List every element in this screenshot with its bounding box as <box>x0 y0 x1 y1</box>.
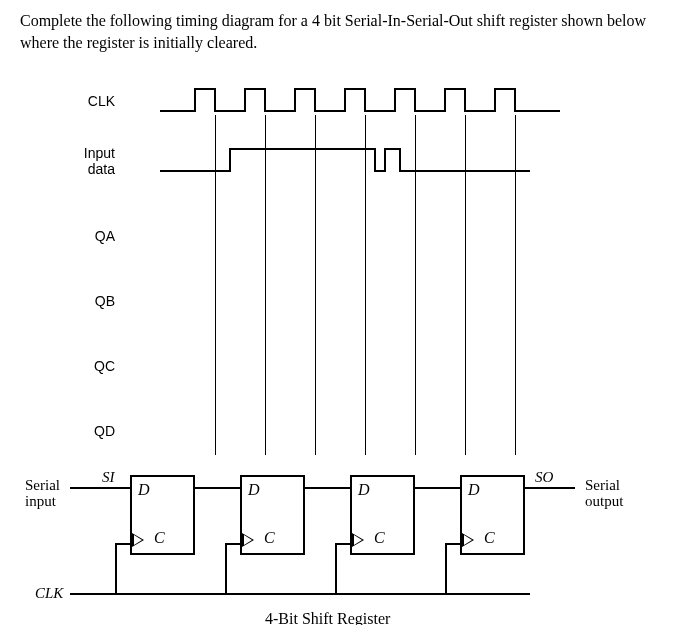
qb-label: QB <box>95 293 115 309</box>
clk-stub <box>225 543 227 595</box>
qc-row: QC <box>120 350 662 390</box>
question-text: Complete the following timing diagram fo… <box>20 10 662 55</box>
clock-triangle-icon <box>352 533 364 547</box>
c-label: C <box>484 529 495 547</box>
flip-flop-3: DC <box>460 475 525 555</box>
timing-diagram: CLK Input data QA QB QC QD <box>120 85 662 465</box>
q-to-d-wire <box>195 487 240 489</box>
clk-stub <box>335 543 337 595</box>
serial-input-text: Serial input <box>25 477 70 510</box>
d-label: D <box>468 481 480 499</box>
clk-stub-h <box>445 543 460 545</box>
c-label: C <box>154 529 165 547</box>
c-label: C <box>264 529 275 547</box>
serial-output-text: Serial output <box>585 477 640 510</box>
clk-stub-h <box>225 543 240 545</box>
input-label: Input data <box>84 145 115 177</box>
so-wire <box>525 487 575 489</box>
circuit-diagram: Serial input SI DCDCDCDC SO Serial outpu… <box>20 455 662 615</box>
clk-waveform <box>160 85 580 115</box>
flip-flop-2: DC <box>350 475 415 555</box>
si-text: SI <box>102 469 115 486</box>
input-waveform <box>160 145 580 175</box>
clk-stub <box>445 543 447 595</box>
q-to-d-wire <box>305 487 350 489</box>
d-label: D <box>358 481 370 499</box>
clk-stub <box>115 543 117 595</box>
qa-label: QA <box>95 228 115 244</box>
clk-stub-h <box>115 543 130 545</box>
clock-triangle-icon <box>132 533 144 547</box>
qb-row: QB <box>120 285 662 325</box>
qc-label: QC <box>94 358 115 374</box>
clk-stub-h <box>335 543 350 545</box>
input-row: Input data <box>120 145 662 185</box>
clock-triangle-icon <box>242 533 254 547</box>
d-label: D <box>248 481 260 499</box>
clk-label: CLK <box>88 93 115 109</box>
clock-triangle-icon <box>462 533 474 547</box>
q-to-d-wire <box>415 487 460 489</box>
clk-text: CLK <box>35 585 63 602</box>
si-wire <box>70 487 130 489</box>
d-label: D <box>138 481 150 499</box>
flip-flop-1: DC <box>240 475 305 555</box>
so-text: SO <box>535 469 553 486</box>
clk-bus <box>70 593 530 595</box>
flip-flop-0: DC <box>130 475 195 555</box>
qd-label: QD <box>94 423 115 439</box>
clk-row: CLK <box>120 85 662 125</box>
qa-row: QA <box>120 220 662 260</box>
c-label: C <box>374 529 385 547</box>
circuit-caption: 4-Bit Shift Register <box>265 610 390 625</box>
qd-row: QD <box>120 415 662 455</box>
